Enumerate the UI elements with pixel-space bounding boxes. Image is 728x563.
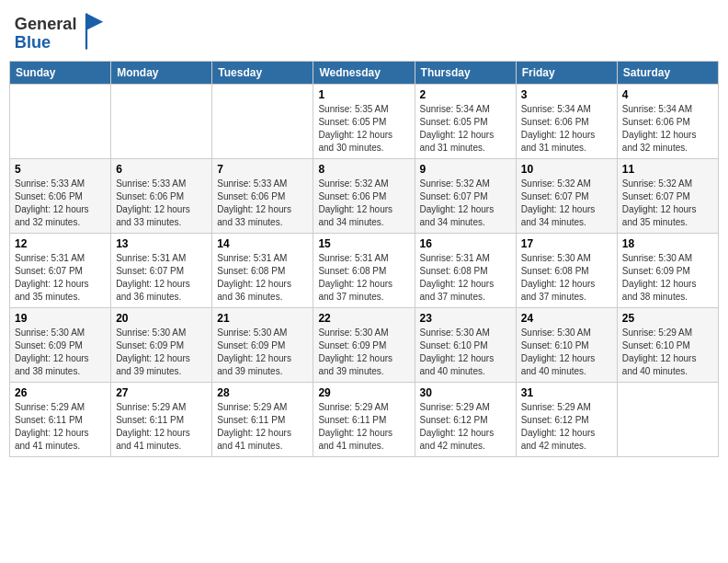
day-info: Sunrise: 5:33 AM Sunset: 6:06 PM Dayligh… bbox=[15, 178, 106, 229]
calendar-week-5: 26Sunrise: 5:29 AM Sunset: 6:11 PM Dayli… bbox=[10, 383, 719, 457]
day-number: 22 bbox=[318, 312, 409, 325]
calendar-cell: 29Sunrise: 5:29 AM Sunset: 6:11 PM Dayli… bbox=[313, 383, 415, 457]
calendar-cell: 16Sunrise: 5:31 AM Sunset: 6:08 PM Dayli… bbox=[415, 234, 516, 308]
calendar-header-monday: Monday bbox=[111, 62, 212, 85]
day-info: Sunrise: 5:29 AM Sunset: 6:11 PM Dayligh… bbox=[217, 401, 308, 453]
calendar-cell: 31Sunrise: 5:29 AM Sunset: 6:12 PM Dayli… bbox=[516, 383, 617, 457]
day-number: 21 bbox=[217, 312, 308, 325]
calendar-header-wednesday: Wednesday bbox=[313, 62, 415, 85]
calendar-week-2: 5Sunrise: 5:33 AM Sunset: 6:06 PM Daylig… bbox=[10, 159, 719, 234]
calendar-body: 1Sunrise: 5:35 AM Sunset: 6:05 PM Daylig… bbox=[10, 85, 719, 457]
day-info: Sunrise: 5:31 AM Sunset: 6:08 PM Dayligh… bbox=[420, 252, 511, 304]
day-info: Sunrise: 5:29 AM Sunset: 6:11 PM Dayligh… bbox=[318, 401, 409, 453]
day-number: 3 bbox=[521, 88, 612, 101]
calendar-cell: 19Sunrise: 5:30 AM Sunset: 6:09 PM Dayli… bbox=[10, 308, 111, 383]
day-number: 16 bbox=[420, 237, 511, 250]
calendar-cell: 8Sunrise: 5:32 AM Sunset: 6:06 PM Daylig… bbox=[313, 159, 415, 234]
calendar-cell: 12Sunrise: 5:31 AM Sunset: 6:07 PM Dayli… bbox=[10, 234, 111, 308]
calendar-cell: 15Sunrise: 5:31 AM Sunset: 6:08 PM Dayli… bbox=[313, 234, 415, 308]
svg-text:General: General bbox=[15, 15, 77, 33]
calendar-cell: 3Sunrise: 5:34 AM Sunset: 6:06 PM Daylig… bbox=[516, 85, 617, 159]
calendar-header-tuesday: Tuesday bbox=[212, 62, 313, 85]
calendar-cell: 23Sunrise: 5:30 AM Sunset: 6:10 PM Dayli… bbox=[415, 308, 516, 383]
calendar-cell: 20Sunrise: 5:30 AM Sunset: 6:09 PM Dayli… bbox=[111, 308, 212, 383]
day-number: 8 bbox=[318, 163, 409, 176]
day-info: Sunrise: 5:30 AM Sunset: 6:09 PM Dayligh… bbox=[318, 327, 409, 378]
svg-text:Blue: Blue bbox=[15, 33, 51, 52]
day-number: 28 bbox=[217, 386, 308, 399]
calendar-header-friday: Friday bbox=[516, 62, 617, 85]
day-info: Sunrise: 5:30 AM Sunset: 6:09 PM Dayligh… bbox=[622, 252, 713, 304]
calendar-cell: 4Sunrise: 5:34 AM Sunset: 6:06 PM Daylig… bbox=[617, 85, 718, 159]
logo: General Blue bbox=[13, 9, 105, 55]
day-number: 30 bbox=[420, 386, 511, 399]
day-number: 4 bbox=[622, 88, 713, 101]
day-info: Sunrise: 5:30 AM Sunset: 6:10 PM Dayligh… bbox=[521, 327, 612, 378]
day-number: 9 bbox=[420, 163, 511, 176]
day-info: Sunrise: 5:32 AM Sunset: 6:07 PM Dayligh… bbox=[622, 178, 713, 229]
day-info: Sunrise: 5:33 AM Sunset: 6:06 PM Dayligh… bbox=[116, 178, 207, 229]
day-info: Sunrise: 5:32 AM Sunset: 6:07 PM Dayligh… bbox=[521, 178, 612, 229]
day-number: 26 bbox=[15, 386, 106, 399]
calendar-cell bbox=[111, 85, 212, 159]
day-number: 6 bbox=[116, 163, 207, 176]
day-number: 13 bbox=[116, 237, 207, 250]
day-info: Sunrise: 5:30 AM Sunset: 6:10 PM Dayligh… bbox=[420, 327, 511, 378]
day-number: 10 bbox=[521, 163, 612, 176]
calendar-cell: 14Sunrise: 5:31 AM Sunset: 6:08 PM Dayli… bbox=[212, 234, 313, 308]
calendar-week-3: 12Sunrise: 5:31 AM Sunset: 6:07 PM Dayli… bbox=[10, 234, 719, 308]
calendar-week-4: 19Sunrise: 5:30 AM Sunset: 6:09 PM Dayli… bbox=[10, 308, 719, 383]
day-number: 7 bbox=[217, 163, 308, 176]
day-info: Sunrise: 5:30 AM Sunset: 6:08 PM Dayligh… bbox=[521, 252, 612, 304]
svg-marker-2 bbox=[86, 14, 103, 30]
calendar-cell: 24Sunrise: 5:30 AM Sunset: 6:10 PM Dayli… bbox=[516, 308, 617, 383]
calendar-cell bbox=[10, 85, 111, 159]
calendar-cell: 2Sunrise: 5:34 AM Sunset: 6:05 PM Daylig… bbox=[415, 85, 516, 159]
calendar-cell: 11Sunrise: 5:32 AM Sunset: 6:07 PM Dayli… bbox=[617, 159, 718, 234]
logo-svg: General Blue bbox=[13, 9, 105, 55]
calendar-cell: 26Sunrise: 5:29 AM Sunset: 6:11 PM Dayli… bbox=[10, 383, 111, 457]
day-number: 17 bbox=[521, 237, 612, 250]
day-info: Sunrise: 5:34 AM Sunset: 6:06 PM Dayligh… bbox=[622, 103, 713, 155]
day-number: 24 bbox=[521, 312, 612, 325]
calendar-cell: 1Sunrise: 5:35 AM Sunset: 6:05 PM Daylig… bbox=[313, 85, 415, 159]
day-info: Sunrise: 5:31 AM Sunset: 6:08 PM Dayligh… bbox=[217, 252, 308, 304]
calendar-cell: 10Sunrise: 5:32 AM Sunset: 6:07 PM Dayli… bbox=[516, 159, 617, 234]
calendar-cell: 9Sunrise: 5:32 AM Sunset: 6:07 PM Daylig… bbox=[415, 159, 516, 234]
day-number: 29 bbox=[318, 386, 409, 399]
day-number: 18 bbox=[622, 237, 713, 250]
calendar-cell: 30Sunrise: 5:29 AM Sunset: 6:12 PM Dayli… bbox=[415, 383, 516, 457]
calendar-week-1: 1Sunrise: 5:35 AM Sunset: 6:05 PM Daylig… bbox=[10, 85, 719, 159]
day-info: Sunrise: 5:29 AM Sunset: 6:12 PM Dayligh… bbox=[521, 401, 612, 453]
calendar-cell bbox=[212, 85, 313, 159]
day-info: Sunrise: 5:29 AM Sunset: 6:12 PM Dayligh… bbox=[420, 401, 511, 453]
calendar-cell: 28Sunrise: 5:29 AM Sunset: 6:11 PM Dayli… bbox=[212, 383, 313, 457]
calendar-cell: 17Sunrise: 5:30 AM Sunset: 6:08 PM Dayli… bbox=[516, 234, 617, 308]
day-info: Sunrise: 5:32 AM Sunset: 6:07 PM Dayligh… bbox=[420, 178, 511, 229]
day-info: Sunrise: 5:34 AM Sunset: 6:06 PM Dayligh… bbox=[521, 103, 612, 155]
day-number: 15 bbox=[318, 237, 409, 250]
calendar-cell: 27Sunrise: 5:29 AM Sunset: 6:11 PM Dayli… bbox=[111, 383, 212, 457]
calendar-cell: 5Sunrise: 5:33 AM Sunset: 6:06 PM Daylig… bbox=[10, 159, 111, 234]
day-info: Sunrise: 5:30 AM Sunset: 6:09 PM Dayligh… bbox=[217, 327, 308, 378]
day-info: Sunrise: 5:34 AM Sunset: 6:05 PM Dayligh… bbox=[420, 103, 511, 155]
day-number: 5 bbox=[15, 163, 106, 176]
day-number: 31 bbox=[521, 386, 612, 399]
calendar-cell: 6Sunrise: 5:33 AM Sunset: 6:06 PM Daylig… bbox=[111, 159, 212, 234]
calendar-header-row: SundayMondayTuesdayWednesdayThursdayFrid… bbox=[10, 62, 719, 85]
day-info: Sunrise: 5:33 AM Sunset: 6:06 PM Dayligh… bbox=[217, 178, 308, 229]
day-info: Sunrise: 5:35 AM Sunset: 6:05 PM Dayligh… bbox=[318, 103, 409, 155]
day-info: Sunrise: 5:30 AM Sunset: 6:09 PM Dayligh… bbox=[15, 327, 106, 378]
day-info: Sunrise: 5:31 AM Sunset: 6:07 PM Dayligh… bbox=[116, 252, 207, 304]
calendar-cell: 21Sunrise: 5:30 AM Sunset: 6:09 PM Dayli… bbox=[212, 308, 313, 383]
calendar-header-saturday: Saturday bbox=[617, 62, 718, 85]
day-info: Sunrise: 5:31 AM Sunset: 6:08 PM Dayligh… bbox=[318, 252, 409, 304]
calendar-header-thursday: Thursday bbox=[415, 62, 516, 85]
day-number: 2 bbox=[420, 88, 511, 101]
day-info: Sunrise: 5:29 AM Sunset: 6:11 PM Dayligh… bbox=[15, 401, 106, 453]
calendar-table: SundayMondayTuesdayWednesdayThursdayFrid… bbox=[9, 61, 719, 457]
calendar-cell: 7Sunrise: 5:33 AM Sunset: 6:06 PM Daylig… bbox=[212, 159, 313, 234]
day-info: Sunrise: 5:32 AM Sunset: 6:06 PM Dayligh… bbox=[318, 178, 409, 229]
day-number: 1 bbox=[318, 88, 409, 101]
calendar-cell: 18Sunrise: 5:30 AM Sunset: 6:09 PM Dayli… bbox=[617, 234, 718, 308]
